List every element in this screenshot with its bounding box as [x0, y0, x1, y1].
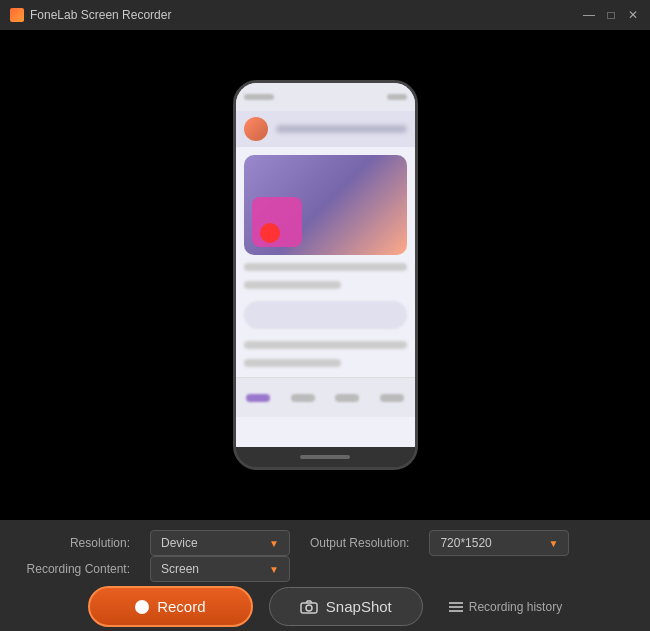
minimize-button[interactable]: — — [582, 8, 596, 22]
snapshot-label: SnapShot — [326, 598, 392, 615]
phone-nav-item-4 — [380, 394, 404, 402]
phone-header-text — [276, 125, 407, 133]
phone-status-bar — [236, 83, 415, 111]
resolution-value: Device — [161, 536, 198, 550]
phone-header — [236, 111, 415, 147]
phone-info-row-1 — [244, 263, 407, 271]
phone-status-left — [244, 94, 274, 100]
title-controls: — □ ✕ — [582, 8, 640, 22]
title-bar: FoneLab Screen Recorder — □ ✕ — [0, 0, 650, 30]
recording-history-button[interactable]: Recording history — [449, 600, 562, 614]
phone-content — [236, 147, 415, 377]
recording-content-arrow: ▼ — [269, 564, 279, 575]
phone-card-dot — [260, 223, 280, 243]
resolution-arrow: ▼ — [269, 538, 279, 549]
phone-info-row-4 — [244, 359, 342, 367]
phone-mockup — [233, 80, 418, 470]
phone-home-indicator — [300, 455, 350, 459]
controls-area: Resolution: Device ▼ Output Resolution: … — [0, 520, 650, 631]
phone-screen — [236, 83, 415, 447]
phone-nav-item-2 — [291, 394, 315, 402]
recording-content-dropdown[interactable]: Screen ▼ — [150, 556, 290, 582]
output-resolution-arrow: ▼ — [549, 538, 559, 549]
recording-content-value: Screen — [161, 562, 199, 576]
phone-info-row-3 — [244, 341, 407, 349]
phone-card — [244, 155, 407, 255]
camera-icon — [300, 600, 318, 614]
output-resolution-dropdown[interactable]: 720*1520 ▼ — [429, 530, 569, 556]
phone-bottom-bar — [236, 447, 415, 467]
preview-area — [0, 30, 650, 520]
app-title: FoneLab Screen Recorder — [30, 8, 171, 22]
controls-row-2: Recording Content: Screen ▼ — [20, 556, 630, 582]
record-circle-icon — [135, 600, 149, 614]
phone-info-row-2 — [244, 281, 342, 289]
snapshot-button[interactable]: SnapShot — [269, 587, 423, 626]
maximize-button[interactable]: □ — [604, 8, 618, 22]
hamburger-icon — [449, 602, 463, 612]
phone-status-right — [387, 94, 407, 100]
record-label: Record — [157, 598, 205, 615]
close-button[interactable]: ✕ — [626, 8, 640, 22]
controls-row-1: Resolution: Device ▼ Output Resolution: … — [20, 530, 630, 556]
resolution-dropdown[interactable]: Device ▼ — [150, 530, 290, 556]
recording-content-label: Recording Content: — [20, 562, 130, 576]
svg-point-1 — [306, 605, 312, 611]
output-resolution-label: Output Resolution: — [310, 536, 409, 550]
phone-nav-item-3 — [335, 394, 359, 402]
title-bar-left: FoneLab Screen Recorder — [10, 8, 171, 22]
resolution-label: Resolution: — [20, 536, 130, 550]
record-button[interactable]: Record — [88, 586, 253, 627]
buttons-row: Record SnapShot Recording history — [20, 586, 630, 627]
phone-bottom-nav — [236, 377, 415, 417]
phone-nav-item-1 — [246, 394, 270, 402]
app-icon — [10, 8, 24, 22]
output-resolution-value: 720*1520 — [440, 536, 491, 550]
phone-avatar — [244, 117, 268, 141]
history-label: Recording history — [469, 600, 562, 614]
phone-btn-row — [244, 301, 407, 329]
